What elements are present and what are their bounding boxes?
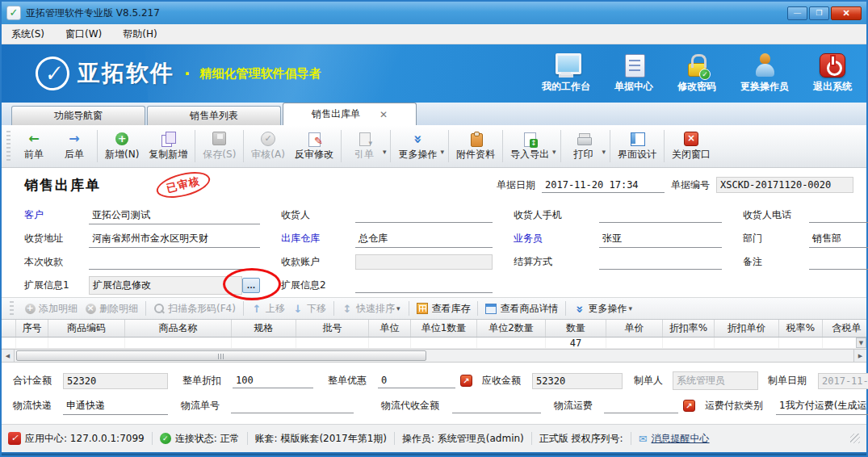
print-button[interactable]: 打印	[564, 128, 604, 166]
settlement-field[interactable]	[599, 255, 722, 270]
dropdown-arrow-icon[interactable]: ▾	[383, 136, 387, 156]
consignee-phone-field[interactable]	[809, 208, 868, 223]
salesman-field[interactable]: 张亚	[599, 230, 722, 248]
payment-field[interactable]	[89, 255, 260, 270]
total-amount-field: 52320	[63, 373, 168, 389]
col-header[interactable]: 序号	[16, 320, 48, 337]
save-button[interactable]: 保存(S)	[198, 128, 241, 166]
dropdown-arrow-icon[interactable]: ▾	[440, 136, 444, 156]
col-header[interactable]: 商品名称	[125, 320, 232, 337]
dropdown-arrow-icon[interactable]: ▾	[602, 136, 606, 156]
address-field[interactable]: 河南省郑州市金水区明天财	[89, 230, 260, 248]
dropdown-arrow-icon: ▾	[396, 304, 400, 312]
col-header[interactable]: 含税单	[823, 320, 866, 337]
scan-barcode-button[interactable]: 扫描条形码(F4)	[153, 302, 236, 316]
ext1-field-wrap: 扩展信息修改 …	[89, 276, 260, 295]
total-amount-label: 合计金额	[13, 374, 63, 388]
col-header[interactable]: 单位1数量	[411, 320, 477, 337]
col-header[interactable]: 规格	[232, 320, 296, 337]
menu-help[interactable]: 帮助(H)	[123, 27, 157, 41]
more-actions-button[interactable]: »更多操作	[393, 128, 442, 166]
consignee-field[interactable]	[355, 208, 493, 223]
dropdown-arrow-icon[interactable]: ▾	[552, 136, 556, 156]
pull-doc-button[interactable]: 引单	[344, 128, 384, 166]
new-button[interactable]: 新增(N)	[100, 128, 144, 166]
close-window-button[interactable]: 关闭窗口	[667, 128, 715, 166]
exit-system-button[interactable]: 退出系统	[813, 53, 852, 94]
recalc-button[interactable]	[460, 375, 472, 387]
add-detail-button[interactable]: 添加明细	[24, 302, 78, 316]
toolbar-separator	[477, 301, 478, 316]
next-doc-button[interactable]: →后单	[54, 128, 94, 166]
my-workbench-button[interactable]: 我的工作台	[542, 53, 590, 94]
unaudit-button[interactable]: 反审修改	[290, 128, 338, 166]
scroll-right-button[interactable]: ▶	[853, 350, 866, 362]
delete-detail-button[interactable]: 删除明细	[85, 302, 138, 316]
scrollbar-thumb[interactable]	[16, 350, 426, 361]
col-header[interactable]: 单价	[606, 320, 663, 337]
attachments-button[interactable]: 附件资料	[451, 128, 500, 166]
col-header[interactable]: 折扣率%	[663, 320, 715, 337]
switch-operator-button[interactable]: 更换操作员	[740, 53, 789, 94]
menu-window[interactable]: 窗口(W)	[65, 27, 102, 41]
import-export-button[interactable]: 导入导出	[505, 128, 554, 166]
audit-button[interactable]: 审核(A)	[246, 128, 290, 166]
arrow-down-icon	[292, 303, 304, 314]
scroll-left-button[interactable]: ◀	[2, 350, 15, 362]
customer-label: 客户	[24, 208, 89, 222]
doc-date-field[interactable]: 2017-11-20 17:34	[542, 178, 665, 193]
horizontal-scrollbar[interactable]: ◀ ▶	[2, 349, 866, 362]
detail-more-actions-button[interactable]: 更多操作▾	[573, 302, 634, 316]
express-field[interactable]: 申通快递	[63, 397, 168, 415]
col-header[interactable]: 批号	[296, 320, 369, 337]
customer-field[interactable]: 亚拓公司测试	[89, 207, 260, 224]
change-password-button[interactable]: ✓ 修改密码	[677, 53, 716, 94]
check-badge-icon: ✓	[699, 69, 711, 80]
consignee-mobile-field[interactable]	[599, 208, 722, 223]
vertical-scroll-down-button[interactable]: ▼	[856, 338, 866, 348]
copy-new-button[interactable]: 复制新增	[144, 128, 192, 166]
department-field[interactable]: 销售部	[809, 230, 868, 248]
col-header[interactable]: 商品编码	[48, 320, 125, 337]
import-export-icon	[522, 132, 538, 146]
status-separator	[152, 432, 153, 445]
tracking-no-field[interactable]	[231, 399, 354, 413]
remark-field[interactable]	[809, 255, 868, 270]
ext1-ellipsis-button[interactable]: …	[242, 278, 260, 293]
header-form: 客户 亚拓公司测试 收货人 收货人手机 收货人电话 收货地址 河南省郑州市金水区…	[2, 202, 866, 297]
tab-close-icon[interactable]: ✕	[379, 109, 388, 120]
tracking-no-label: 物流单号	[181, 399, 231, 413]
menu-system[interactable]: 系统(S)	[11, 27, 44, 41]
message-center-link[interactable]: ✉ 消息提醒中心	[639, 432, 710, 446]
col-header[interactable]: 折扣单价	[715, 320, 779, 337]
maximize-button[interactable]: ❐	[809, 6, 829, 20]
close-button[interactable]: ✕	[831, 6, 862, 20]
tab-sales-outbound[interactable]: 销售出库单 ✕	[283, 103, 417, 125]
view-stock-button[interactable]: 查看库存	[417, 302, 470, 316]
prev-doc-button[interactable]: ←前单	[14, 128, 54, 166]
warehouse-field[interactable]: 总仓库	[355, 230, 493, 248]
tab-sales-order-list[interactable]: 销售单列表	[147, 106, 281, 125]
freight-recalc-button[interactable]	[683, 400, 695, 412]
freight-field[interactable]	[604, 399, 678, 413]
ui-design-button[interactable]: 界面设计	[613, 128, 661, 166]
col-header[interactable]: 税率%	[779, 320, 823, 337]
toolbar-separator	[502, 130, 503, 162]
document-center-button[interactable]: 单据中心	[614, 53, 653, 94]
col-header[interactable]: 数量	[546, 320, 606, 337]
minimize-button[interactable]: —	[787, 6, 807, 20]
order-discount-label: 整单折扣	[182, 374, 233, 388]
cod-amount-field[interactable]	[452, 399, 541, 413]
view-product-detail-button[interactable]: 查看商品详情	[485, 302, 558, 316]
col-header[interactable]: 单位	[369, 320, 411, 337]
quick-sort-button[interactable]: 快速排序▾	[342, 302, 402, 316]
tab-function-nav[interactable]: 功能导航窗	[11, 106, 145, 125]
ext2-field[interactable]	[355, 279, 493, 293]
move-up-button[interactable]: 上移	[251, 302, 285, 316]
preferential-field[interactable]: 0	[378, 373, 455, 388]
resize-grip[interactable]	[850, 434, 860, 443]
freight-type-field[interactable]: 1我方付运费(生成运	[776, 397, 868, 415]
order-discount-field[interactable]: 100	[233, 373, 313, 388]
move-down-button[interactable]: 下移	[292, 302, 326, 316]
col-header[interactable]: 单位2数量	[477, 320, 546, 337]
